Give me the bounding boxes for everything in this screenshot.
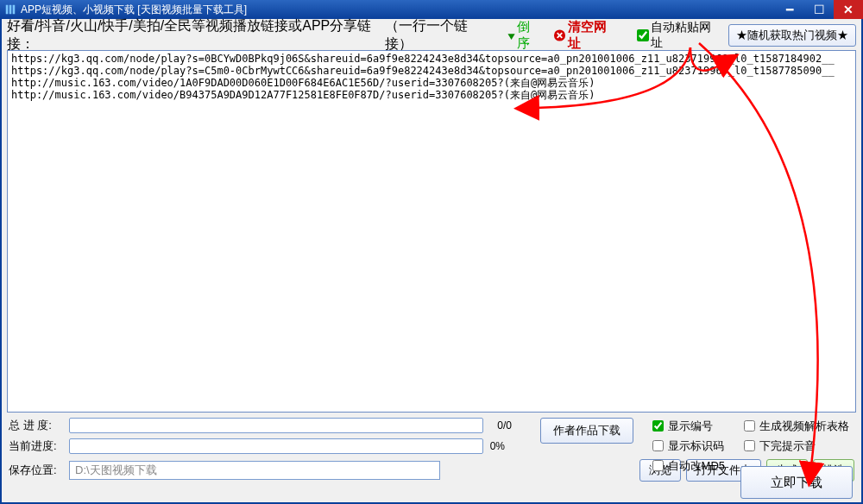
svg-rect-1 — [9, 5, 12, 15]
current-progress-label: 当前进度: — [9, 438, 69, 454]
clear-urls-button[interactable]: 清空网址 — [553, 19, 616, 52]
show-id-check[interactable]: 显示标识码 — [649, 438, 725, 454]
current-progress-pct: 0% — [490, 440, 505, 452]
show-number-check[interactable]: 显示编号 — [649, 418, 725, 434]
download-now-button[interactable]: 立即下载 — [740, 466, 853, 499]
autopaste-check[interactable] — [637, 29, 648, 41]
current-progress-bar: 0% — [69, 438, 483, 454]
sort-button[interactable]: 倒序 — [506, 19, 541, 52]
app-icon — [3, 3, 17, 16]
svg-rect-2 — [13, 5, 16, 15]
auto-md5-check[interactable]: 自动改MD5 — [649, 457, 725, 474]
links-hint: （一行一个链接） — [385, 17, 488, 54]
top-toolbar: 好看/抖音/火山/快手/美拍/全民等视频播放链接或APP分享链接： （一行一个链… — [3, 21, 860, 50]
author-download-button[interactable]: 作者作品下载 — [540, 418, 633, 444]
window-minimize[interactable]: ━ — [775, 0, 804, 19]
save-path-input[interactable] — [69, 461, 440, 480]
total-progress-bar: 0/0 — [69, 418, 483, 433]
window-maximize[interactable]: ☐ — [804, 0, 834, 19]
window-close[interactable]: ✕ — [834, 0, 863, 19]
titlebar-title: APP短视频、小视频下载 [天图视频批量下载工具] — [21, 3, 247, 17]
gen-table-check[interactable]: 生成视频解析表格 — [740, 418, 853, 434]
done-beep-check[interactable]: 下完提示音 — [740, 438, 853, 454]
titlebar: APP短视频、小视频下载 [天图视频批量下载工具] ━ ☐ ✕ — [0, 0, 863, 19]
url-textarea[interactable]: https://kg3.qq.com/node/play?s=0BCYwD0BP… — [7, 50, 856, 413]
links-caption: 好看/抖音/火山/快手/美拍/全民等视频播放链接或APP分享链接： — [7, 17, 375, 54]
svg-rect-0 — [6, 5, 9, 15]
save-path-label: 保存位置: — [9, 463, 69, 478]
autopaste-label: 自动粘贴网址 — [651, 20, 718, 51]
close-circle-icon — [553, 28, 566, 42]
bottom-panel: 总 进 度: 0/0 当前进度: 0% 保存位置: 浏览 打开文件夹 生成 挑选… — [3, 416, 860, 485]
random-hot-button[interactable]: ★随机获取热门视频★ — [728, 24, 856, 47]
sort-label: 倒序 — [517, 19, 541, 52]
clear-urls-label: 清空网址 — [568, 19, 616, 52]
autopaste-checkbox[interactable]: 自动粘贴网址 — [633, 20, 718, 51]
total-progress-label: 总 进 度: — [9, 418, 69, 433]
down-arrow-icon — [506, 29, 517, 41]
total-progress-ratio: 0/0 — [497, 419, 512, 432]
